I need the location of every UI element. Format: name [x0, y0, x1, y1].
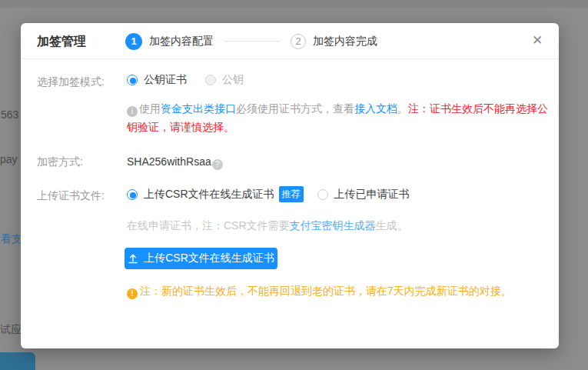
sign-mode-label: 选择加签模式:: [37, 75, 105, 89]
certificate-mode-note: i使用资金支出类接口必须使用证书方式，查看接入文档。注：证书生效后不能再选择公钥…: [127, 99, 550, 136]
step-indicator: 1 加签内容配置 2 加签内容完成: [125, 23, 377, 59]
sign-management-dialog: 加签管理 1 加签内容配置 2 加签内容完成 ✕ 选择加签模式: 公钥证书 公钥: [21, 23, 559, 348]
radio-upload-existing-label: 上传已申请证书: [334, 188, 410, 202]
background-primary-button: [0, 352, 35, 370]
hint-text: 在线申请证书，注：CSR文件需要: [127, 219, 290, 232]
upload-cert-label: 上传证书文件:: [37, 189, 105, 203]
new-cert-warning-text: 注：新的证书生效后，不能再回退到老的证书，请在7天内完成新证书的对接。: [140, 285, 512, 297]
encryption-label: 加密方式:: [37, 155, 83, 169]
note-text: 必须使用证书方式，查看: [236, 102, 354, 115]
warning-icon: !: [127, 288, 138, 299]
integration-doc-link[interactable]: 接入文档: [354, 102, 397, 115]
recommended-badge: 推荐: [279, 186, 304, 202]
dialog-header: 加签管理 1 加签内容配置 2 加签内容完成 ✕: [21, 23, 559, 59]
step-2-circle: 2: [291, 34, 306, 49]
step-1-circle: 1: [125, 33, 142, 50]
radio-public-key-certificate[interactable]: 公钥证书: [127, 73, 187, 87]
close-icon[interactable]: ✕: [530, 33, 545, 48]
info-icon: i: [127, 106, 138, 117]
note-text: 。: [397, 102, 408, 115]
screen-overlay: 563 alipay 查看支 测试应 加签管理 1 加签内容配置 2 加签内容完…: [0, 0, 588, 370]
radio-upload-csr-label: 上传CSR文件在线生成证书: [144, 188, 274, 202]
radio-public-key[interactable]: 公钥: [205, 73, 244, 87]
upload-options: 上传CSR文件在线生成证书 推荐 上传已申请证书: [127, 186, 410, 202]
radio-upload-existing[interactable]: 上传已申请证书: [317, 188, 410, 202]
radio-disabled-icon[interactable]: [205, 75, 216, 85]
radio-public-key-label: 公钥: [222, 73, 244, 87]
step-1-label: 加签内容配置: [149, 35, 214, 48]
help-icon[interactable]: ?: [212, 159, 223, 170]
background-partial-label: 测试应: [0, 323, 22, 337]
radio-checked-icon[interactable]: [127, 189, 138, 200]
step-2-label: 加签内容完成: [313, 35, 377, 48]
dialog-title: 加签管理: [37, 23, 86, 59]
key-generator-link[interactable]: 支付宝密钥生成器: [290, 219, 376, 232]
funds-api-link[interactable]: 资金支出类接口: [161, 102, 236, 115]
radio-unchecked-icon[interactable]: [317, 189, 328, 200]
encryption-algorithm: SHA256withRsaa: [127, 155, 211, 168]
background-partial-appname: alipay: [0, 153, 18, 165]
upload-csr-button-label: 上传CSR文件在线生成证书: [144, 252, 274, 265]
sign-mode-options: 公钥证书 公钥: [127, 73, 244, 87]
upload-csr-button[interactable]: 上传CSR文件在线生成证书: [125, 248, 277, 269]
radio-checked-icon[interactable]: [127, 75, 138, 85]
background-header-band: [0, 0, 588, 8]
csr-hint: 在线申请证书，注：CSR文件需要支付宝密钥生成器生成。: [127, 219, 408, 233]
radio-public-key-certificate-label: 公钥证书: [144, 73, 187, 87]
new-cert-warning: !注：新的证书生效后，不能再回退到老的证书，请在7天内完成新证书的对接。: [127, 285, 512, 299]
background-partial-link: 查看支: [0, 232, 22, 246]
hint-text: 生成。: [376, 219, 408, 232]
step-connector-line: [224, 41, 280, 42]
upload-icon: [128, 253, 138, 264]
radio-upload-csr[interactable]: 上传CSR文件在线生成证书 推荐: [127, 186, 304, 202]
background-partial-number: 563: [1, 108, 18, 121]
encryption-value: SHA256withRsaa?: [127, 155, 223, 170]
note-text: 使用: [139, 102, 161, 115]
